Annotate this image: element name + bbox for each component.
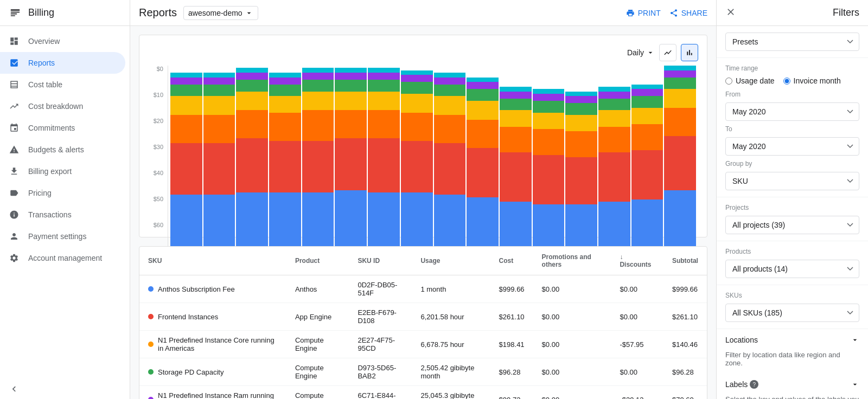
locations-desc: Filter by location data like region and … [717, 351, 868, 374]
sidebar-item-transactions[interactable]: Transactions [0, 204, 125, 226]
labels-label: Labels [725, 380, 748, 389]
bar-segment [598, 110, 630, 126]
table-header-row: SKU Product SKU ID Usage Cost Promotions… [139, 247, 707, 275]
sku-cell: Storage PD Capacity [139, 358, 286, 386]
locations-header[interactable]: Locations [717, 329, 868, 351]
bar-segment [170, 96, 202, 115]
sidebar-item-commitments[interactable]: Commitments [0, 117, 125, 139]
locations-section: Locations Filter by location data like r… [717, 329, 868, 374]
line-chart-button[interactable] [659, 44, 676, 61]
bar-segment [269, 113, 301, 141]
bar-segment [401, 82, 433, 94]
projects-select[interactable]: All projects (39) [725, 216, 859, 234]
bar-segment [500, 110, 532, 126]
presets-filter: Presets [717, 26, 868, 58]
payment-icon [9, 231, 20, 242]
sku-id-cell: 6C71-E844-38BC [349, 386, 412, 400]
cost-breakdown-icon [9, 101, 20, 112]
usage-cell: 2,505.42 gibibyte month [412, 358, 490, 386]
sidebar-item-cost-breakdown[interactable]: Cost breakdown [0, 95, 125, 117]
sidebar-label-overview: Overview [28, 37, 60, 46]
period-selector[interactable]: Daily [627, 48, 655, 57]
chart-area: $60 $50 $40 $30 $20 $10 $0 May 1May 3May… [148, 66, 698, 228]
sidebar-item-billing-export[interactable]: Billing export [0, 160, 125, 182]
bar-segment [335, 138, 367, 190]
print-label: PRINT [638, 9, 661, 17]
sidebar-label-budgets: Budgets & alerts [28, 145, 84, 154]
invoice-month-option[interactable]: Invoice month [783, 76, 841, 85]
bar-segment [302, 92, 334, 111]
bar-segment [269, 96, 301, 112]
bar-segment [467, 78, 499, 82]
bar-segment [631, 124, 663, 150]
bar-segment [631, 89, 663, 96]
sku-name: Frontend Instances [158, 313, 218, 321]
group-by-select[interactable]: SKU [725, 172, 859, 190]
pricing-icon [9, 188, 20, 198]
bar-segment [236, 68, 268, 73]
bar-chart-button[interactable] [681, 44, 698, 61]
usage-date-radio[interactable] [725, 78, 732, 85]
sku-name: N1 Predefined Instance Ram running in Am… [158, 391, 278, 399]
projects-label: Projects [725, 204, 859, 211]
bar-segment [598, 127, 630, 153]
sidebar-item-budgets[interactable]: Budgets & alerts [0, 139, 125, 160]
bar-segment [565, 157, 597, 204]
sidebar-label-reports: Reports [28, 59, 55, 67]
app-title: Billing [28, 7, 54, 18]
sidebar-item-reports[interactable]: Reports [0, 52, 125, 74]
to-select[interactable]: May 2020 [725, 137, 859, 156]
bar-segment [533, 129, 565, 155]
bar-segment [631, 108, 663, 124]
sku-cell: Anthos Subscription Fee [139, 275, 286, 303]
sku-id-cell: D973-5D65-BAB2 [349, 358, 412, 386]
usage-date-option[interactable]: Usage date [725, 76, 775, 85]
bar-segment [500, 87, 532, 92]
sku-name: N1 Predefined Instance Core running in A… [158, 336, 278, 352]
bar-segment [335, 68, 367, 73]
sidebar-item-pricing[interactable]: Pricing [0, 182, 125, 204]
bar-segment [401, 94, 433, 113]
bar-segment [269, 73, 301, 78]
invoice-month-radio[interactable] [783, 78, 790, 85]
cost-cell: $198.41 [490, 331, 533, 358]
bar-segment [236, 92, 268, 111]
sidebar-item-overview[interactable]: Overview [0, 30, 125, 52]
chart-bars: May 1May 3May 5May 7May 9May 11May 13May… [168, 66, 698, 228]
products-select[interactable]: All products (14) [725, 260, 859, 278]
bar-segment [170, 143, 202, 195]
sidebar-item-cost-table[interactable]: Cost table [0, 74, 125, 95]
svg-rect-0 [11, 9, 20, 11]
labels-header[interactable]: Labels ? [717, 374, 868, 395]
bar-segment [203, 78, 235, 85]
col-discounts[interactable]: ↓ Discounts [611, 247, 663, 275]
labels-section: Labels ? Select the key and values of th… [717, 374, 868, 399]
bar-segment [565, 96, 597, 103]
project-selector[interactable]: awesome-demo [183, 6, 258, 20]
collapse-sidebar-button[interactable] [0, 379, 130, 399]
bar-segment [467, 148, 499, 197]
bar-segment [664, 70, 696, 78]
account-icon [9, 253, 20, 263]
skus-label: SKUs [725, 292, 859, 299]
from-select[interactable]: May 2020 [725, 102, 859, 121]
print-button[interactable]: PRINT [626, 9, 661, 17]
skus-select[interactable]: All SKUs (185) [725, 304, 859, 322]
bar-segment [598, 92, 630, 99]
sku-color-dot [148, 314, 154, 319]
bar-segment [269, 85, 301, 96]
close-filters-button[interactable] [725, 7, 736, 19]
page-title: Reports [139, 7, 177, 19]
presets-select[interactable]: Presets [725, 33, 859, 51]
share-button[interactable]: SHARE [669, 9, 707, 17]
bar-segment [401, 70, 433, 75]
sku-color-dot [148, 397, 154, 399]
bar-segment [236, 138, 268, 192]
sidebar-item-account-management[interactable]: Account management [0, 247, 125, 269]
table-row: Frontend Instances App Engine E2EB-F679-… [139, 303, 707, 331]
bar-segment [434, 115, 466, 143]
chart-container: Daily $60 $50 $40 $30 $20 $10 [139, 35, 707, 237]
billing-table: SKU Product SKU ID Usage Cost Promotions… [139, 247, 707, 399]
sidebar-item-payment-settings[interactable]: Payment settings [0, 226, 125, 247]
bar-segment [434, 78, 466, 85]
